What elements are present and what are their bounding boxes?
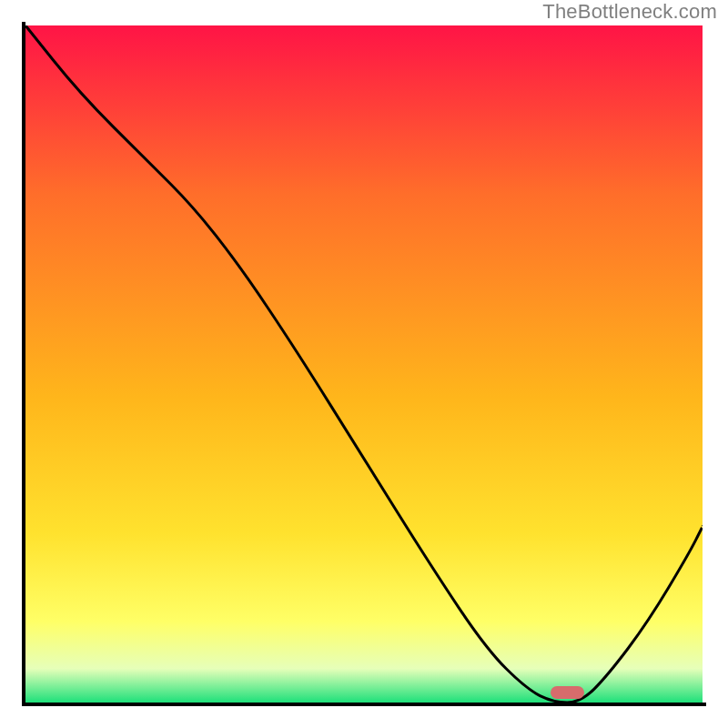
svg-rect-0 — [25, 25, 703, 703]
optimal-marker — [551, 686, 584, 698]
x-axis — [22, 703, 706, 706]
y-axis — [22, 22, 25, 706]
plot-area — [25, 25, 703, 703]
gradient-background — [25, 25, 703, 703]
watermark-text: TheBottleneck.com — [542, 2, 717, 22]
bottleneck-chart: TheBottleneck.com — [0, 0, 728, 728]
